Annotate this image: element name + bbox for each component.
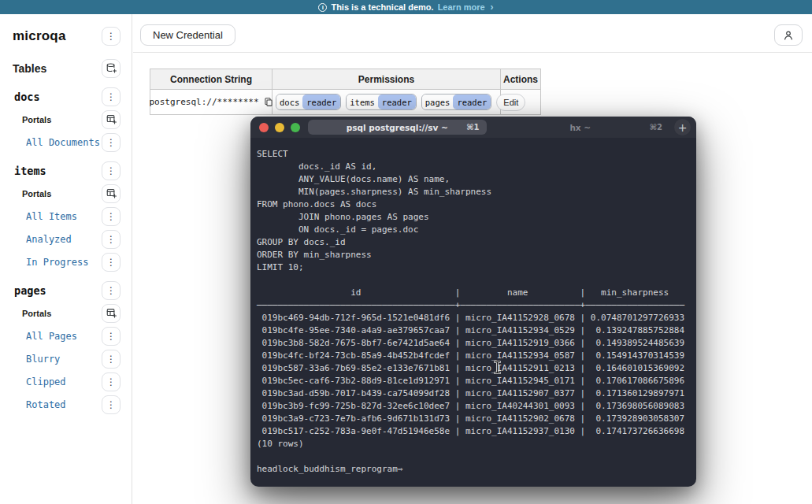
- table-plus-icon: [106, 113, 117, 125]
- portal-link-analyzed[interactable]: Analyzed: [26, 234, 72, 245]
- copy-button[interactable]: [264, 97, 273, 107]
- app-header-row: microqa ⋮: [0, 22, 132, 50]
- portal-row-blurry: Blurry⋮: [0, 347, 132, 370]
- terminal-line: (10 rows): [257, 438, 690, 450]
- maximize-window-button[interactable]: [291, 123, 300, 132]
- portal-link-in-progress[interactable]: In Progress: [26, 257, 88, 268]
- column-header-actions: Actions: [501, 69, 540, 89]
- tab-title: hx ~: [569, 123, 591, 132]
- connection-string-cell: postgresql://********: [150, 90, 273, 114]
- credentials-table: Connection String Permissions Actions po…: [150, 69, 541, 115]
- terminal-titlebar[interactable]: psql postgresql://sv ~ ⌘1 hx ~ ⌘2 +: [250, 117, 696, 138]
- credential-row: postgresql://******** docsreaderitemsrea…: [150, 90, 540, 114]
- portal-link-all-pages[interactable]: All Pages: [26, 331, 77, 342]
- chevron-right-icon: ›: [491, 2, 494, 13]
- portal-link-blurry[interactable]: Blurry: [26, 354, 60, 365]
- kebab-icon: ⋮: [106, 235, 116, 244]
- banner-message: This is a technical demo.: [331, 2, 433, 12]
- learn-more-link[interactable]: Learn more: [438, 2, 485, 12]
- permission-chips: docsreaderitemsreaderpagesreader: [276, 94, 491, 110]
- terminal-line: id | name | min_sharpness: [257, 287, 690, 299]
- table-plus-icon: [106, 187, 117, 199]
- sidebar-table-pages: pages⋮: [0, 279, 132, 302]
- connection-string: postgresql://********: [149, 97, 258, 107]
- terminal-line: FROM phono.docs AS docs: [257, 198, 690, 211]
- add-table-button[interactable]: [102, 59, 121, 78]
- table-plus-icon: [106, 307, 117, 319]
- table-menu-button-docs[interactable]: ⋮: [102, 87, 121, 106]
- portal-menu-button-rotated[interactable]: ⋮: [102, 395, 121, 414]
- terminal-line: ──────────────────────────────────────+─…: [257, 299, 690, 312]
- portals-header-pages: Portals: [0, 302, 132, 324]
- kebab-icon: ⋮: [106, 212, 116, 221]
- add-portal-button-docs[interactable]: [102, 110, 121, 129]
- terminal-line: docs._id AS id,: [257, 161, 690, 173]
- permission-table-label: pages: [422, 94, 454, 109]
- terminal-prompt: headlock_buddhism_reprogram⇒: [257, 463, 690, 476]
- terminal-output[interactable]: SELECT docs._id AS id, ANY_VALUE(docs.na…: [250, 138, 696, 476]
- kebab-icon: ⋮: [106, 166, 116, 176]
- terminal-tab-hx[interactable]: hx ~ ⌘2: [491, 120, 670, 135]
- tab-shortcut: ⌘2: [650, 123, 662, 132]
- add-portal-button-items[interactable]: [102, 184, 121, 203]
- permission-role-select[interactable]: reader: [302, 94, 340, 109]
- portal-row-analyzed: Analyzed⋮: [0, 228, 132, 250]
- credentials-table-header: Connection String Permissions Actions: [150, 69, 540, 90]
- permission-role-select[interactable]: reader: [378, 94, 416, 109]
- terminal-line: ANY_VALUE(docs.name) AS name,: [257, 173, 690, 186]
- terminal-line: SELECT: [257, 148, 690, 161]
- app-name: microqa: [13, 28, 66, 44]
- kebab-icon: ⋮: [106, 138, 116, 147]
- terminal-line: 019bc3ad-d59b-7017-b439-ca754099df28 | m…: [257, 387, 690, 400]
- tab-title: psql postgresql://sv ~: [347, 123, 448, 132]
- portal-link-all-items[interactable]: All Items: [26, 211, 77, 222]
- sidebar-table-docs: docs⋮: [0, 85, 132, 108]
- demo-banner: i This is a technical demo. Learn more ›: [0, 0, 812, 14]
- table-name: pages: [14, 284, 46, 297]
- actions-cell: [501, 90, 540, 114]
- kebab-icon: ⋮: [106, 286, 116, 295]
- terminal-line: ON docs._id = pages.doc: [257, 224, 690, 236]
- table-menu-button-pages[interactable]: ⋮: [102, 281, 121, 300]
- portal-menu-button-all-items[interactable]: ⋮: [102, 207, 121, 226]
- terminal-line: 019bc4fc-bf24-73cb-85a9-4b452b4fcdef | m…: [257, 350, 690, 362]
- portals-label: Portals: [22, 309, 51, 318]
- table-name: docs: [14, 91, 40, 103]
- app-menu-button[interactable]: ⋮: [102, 27, 121, 46]
- terminal-line: 019bc3b8-582d-7675-8bf7-6e7421d5ae64 | m…: [257, 337, 690, 350]
- portal-link-rotated[interactable]: Rotated: [26, 399, 66, 410]
- main-header: New Credential: [133, 14, 812, 53]
- portal-menu-button-analyzed[interactable]: ⋮: [102, 230, 121, 249]
- user-account-button[interactable]: [774, 24, 803, 46]
- portal-menu-button-clipped[interactable]: ⋮: [102, 372, 121, 391]
- kebab-icon: ⋮: [106, 332, 116, 341]
- portal-menu-button-in-progress[interactable]: ⋮: [102, 253, 121, 272]
- permission-role-select[interactable]: reader: [453, 94, 491, 109]
- new-tab-button[interactable]: +: [674, 119, 691, 135]
- add-portal-button-pages[interactable]: [102, 304, 121, 323]
- terminal-line: GROUP BY docs._id: [257, 236, 690, 249]
- terminal-line: 019bc3a9-c723-7e7b-afb6-9d671b131d73 | m…: [257, 413, 690, 425]
- close-window-button[interactable]: [259, 123, 269, 132]
- portal-link-clipped[interactable]: Clipped: [26, 376, 66, 387]
- portals-label: Portals: [22, 115, 51, 124]
- terminal-tab-psql[interactable]: psql postgresql://sv ~ ⌘1: [308, 120, 487, 135]
- permission-table-label: docs: [276, 94, 302, 109]
- new-credential-button[interactable]: New Credential: [140, 24, 235, 46]
- table-name: items: [14, 165, 46, 177]
- portal-menu-button-all-pages[interactable]: ⋮: [102, 327, 121, 346]
- database-plus-icon: [106, 62, 117, 74]
- permission-chip-pages: pagesreader: [421, 94, 492, 110]
- terminal-line: ORDER BY min_sharpness: [257, 249, 690, 261]
- portal-row-clipped: Clipped⋮: [0, 370, 132, 393]
- portal-link-all-documents[interactable]: All Documents: [26, 137, 100, 148]
- terminal-line: 019bc5ec-caf6-73b2-88d9-81ce1d912971 | m…: [257, 375, 690, 387]
- portal-menu-button-blurry[interactable]: ⋮: [102, 350, 121, 369]
- portal-row-all-documents: All Documents⋮: [0, 131, 132, 154]
- minimize-window-button[interactable]: [275, 123, 284, 132]
- terminal-line: 019bc3b9-fc99-725b-827d-32ee6c10dee7 | m…: [257, 400, 690, 413]
- portal-menu-button-all-documents[interactable]: ⋮: [102, 133, 121, 152]
- table-menu-button-items[interactable]: ⋮: [102, 161, 121, 180]
- portals-header-items: Portals: [0, 182, 132, 205]
- portals-label: Portals: [22, 189, 51, 198]
